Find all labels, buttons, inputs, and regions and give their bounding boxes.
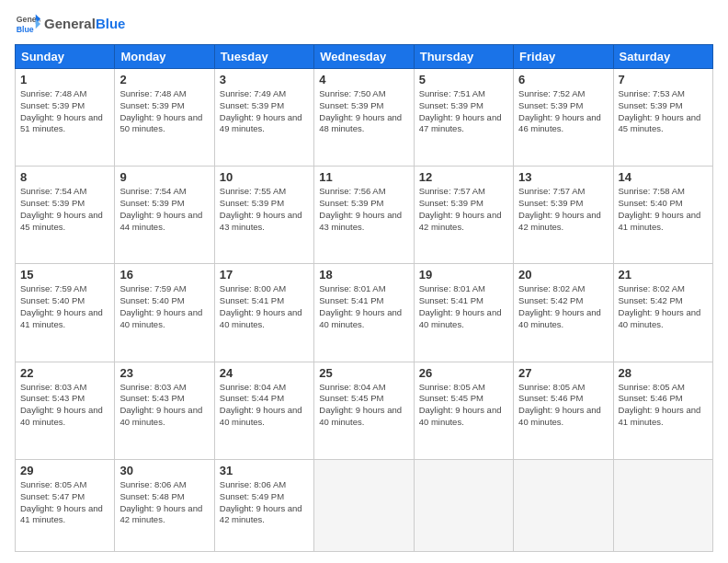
day-info: Sunrise: 8:00 AM Sunset: 5:41 PM Dayligh… (220, 283, 309, 330)
day-cell: 14 Sunrise: 7:58 AM Sunset: 5:40 PM Dayl… (613, 167, 712, 264)
day-number: 3 (220, 73, 309, 86)
day-cell: 27 Sunrise: 8:05 AM Sunset: 5:46 PM Dayl… (514, 362, 613, 459)
day-info: Sunrise: 7:50 AM Sunset: 5:39 PM Dayligh… (319, 88, 408, 135)
empty-cell (613, 459, 712, 551)
day-info: Sunrise: 8:04 AM Sunset: 5:44 PM Dayligh… (220, 382, 309, 429)
day-number: 20 (518, 268, 608, 282)
day-cell: 31 Sunrise: 8:06 AM Sunset: 5:49 PM Dayl… (214, 459, 313, 551)
day-info: Sunrise: 7:48 AM Sunset: 5:39 PM Dayligh… (20, 88, 109, 135)
empty-cell (414, 459, 513, 551)
day-info: Sunrise: 7:49 AM Sunset: 5:39 PM Dayligh… (220, 88, 309, 135)
day-info: Sunrise: 7:54 AM Sunset: 5:39 PM Dayligh… (20, 186, 109, 233)
col-friday: Friday (514, 45, 613, 69)
day-info: Sunrise: 7:58 AM Sunset: 5:40 PM Dayligh… (619, 186, 708, 233)
day-number: 13 (518, 170, 608, 184)
day-cell: 22 Sunrise: 8:03 AM Sunset: 5:43 PM Dayl… (16, 362, 115, 459)
day-number: 2 (119, 73, 209, 86)
col-thursday: Thursday (414, 45, 513, 69)
day-info: Sunrise: 8:06 AM Sunset: 5:48 PM Dayligh… (119, 479, 209, 526)
day-number: 27 (518, 366, 608, 380)
day-number: 19 (419, 268, 508, 282)
day-cell: 3 Sunrise: 7:49 AM Sunset: 5:39 PM Dayli… (214, 69, 313, 167)
day-number: 30 (119, 464, 209, 477)
day-info: Sunrise: 8:05 AM Sunset: 5:47 PM Dayligh… (20, 479, 109, 526)
day-number: 16 (119, 268, 209, 282)
col-wednesday: Wednesday (314, 45, 414, 69)
day-cell: 10 Sunrise: 7:55 AM Sunset: 5:39 PM Dayl… (214, 167, 313, 264)
col-sunday: Sunday (16, 45, 115, 69)
day-number: 17 (220, 268, 309, 282)
day-cell: 26 Sunrise: 8:05 AM Sunset: 5:45 PM Dayl… (414, 362, 513, 459)
day-cell: 28 Sunrise: 8:05 AM Sunset: 5:46 PM Dayl… (613, 362, 712, 459)
calendar-header-row: Sunday Monday Tuesday Wednesday Thursday… (16, 45, 713, 69)
calendar-week-row: 29 Sunrise: 8:05 AM Sunset: 5:47 PM Dayl… (16, 459, 713, 551)
col-saturday: Saturday (613, 45, 712, 69)
day-info: Sunrise: 7:59 AM Sunset: 5:40 PM Dayligh… (20, 283, 109, 330)
day-cell: 21 Sunrise: 8:02 AM Sunset: 5:42 PM Dayl… (613, 264, 712, 362)
day-number: 10 (220, 170, 309, 184)
header: General Blue GeneralBlue (15, 11, 713, 37)
calendar-week-row: 1 Sunrise: 7:48 AM Sunset: 5:39 PM Dayli… (16, 69, 713, 167)
empty-cell (314, 459, 414, 551)
empty-cell (514, 459, 613, 551)
day-info: Sunrise: 8:05 AM Sunset: 5:45 PM Dayligh… (419, 382, 508, 429)
day-info: Sunrise: 8:03 AM Sunset: 5:43 PM Dayligh… (119, 382, 209, 429)
day-cell: 11 Sunrise: 7:56 AM Sunset: 5:39 PM Dayl… (314, 167, 414, 264)
day-info: Sunrise: 8:05 AM Sunset: 5:46 PM Dayligh… (619, 382, 708, 429)
day-number: 6 (518, 73, 608, 86)
day-cell: 17 Sunrise: 8:00 AM Sunset: 5:41 PM Dayl… (214, 264, 313, 362)
page: General Blue GeneralBlue Sunday Monday T… (0, 0, 728, 563)
day-number: 7 (619, 73, 708, 86)
day-cell: 8 Sunrise: 7:54 AM Sunset: 5:39 PM Dayli… (16, 167, 115, 264)
day-cell: 30 Sunrise: 8:06 AM Sunset: 5:48 PM Dayl… (115, 459, 214, 551)
day-info: Sunrise: 7:57 AM Sunset: 5:39 PM Dayligh… (518, 186, 608, 233)
day-number: 8 (20, 170, 109, 184)
day-number: 15 (20, 268, 109, 282)
day-info: Sunrise: 8:02 AM Sunset: 5:42 PM Dayligh… (619, 283, 708, 330)
day-number: 11 (319, 170, 408, 184)
day-cell: 12 Sunrise: 7:57 AM Sunset: 5:39 PM Dayl… (414, 167, 513, 264)
day-info: Sunrise: 7:51 AM Sunset: 5:39 PM Dayligh… (419, 88, 508, 135)
day-info: Sunrise: 8:03 AM Sunset: 5:43 PM Dayligh… (20, 382, 109, 429)
day-info: Sunrise: 7:48 AM Sunset: 5:39 PM Dayligh… (119, 88, 209, 135)
calendar-week-row: 22 Sunrise: 8:03 AM Sunset: 5:43 PM Dayl… (16, 362, 713, 459)
day-number: 29 (20, 464, 109, 477)
calendar-table: Sunday Monday Tuesday Wednesday Thursday… (15, 44, 713, 552)
day-cell: 6 Sunrise: 7:52 AM Sunset: 5:39 PM Dayli… (514, 69, 613, 167)
day-cell: 16 Sunrise: 7:59 AM Sunset: 5:40 PM Dayl… (115, 264, 214, 362)
day-info: Sunrise: 8:01 AM Sunset: 5:41 PM Dayligh… (419, 283, 508, 330)
day-info: Sunrise: 7:53 AM Sunset: 5:39 PM Dayligh… (619, 88, 708, 135)
day-cell: 1 Sunrise: 7:48 AM Sunset: 5:39 PM Dayli… (16, 69, 115, 167)
day-info: Sunrise: 7:57 AM Sunset: 5:39 PM Dayligh… (419, 186, 508, 233)
day-number: 4 (319, 73, 408, 86)
day-number: 12 (419, 170, 508, 184)
day-info: Sunrise: 7:59 AM Sunset: 5:40 PM Dayligh… (119, 283, 209, 330)
day-number: 25 (319, 366, 408, 380)
day-info: Sunrise: 8:05 AM Sunset: 5:46 PM Dayligh… (518, 382, 608, 429)
day-cell: 4 Sunrise: 7:50 AM Sunset: 5:39 PM Dayli… (314, 69, 414, 167)
day-info: Sunrise: 8:01 AM Sunset: 5:41 PM Dayligh… (319, 283, 408, 330)
day-cell: 20 Sunrise: 8:02 AM Sunset: 5:42 PM Dayl… (514, 264, 613, 362)
day-cell: 15 Sunrise: 7:59 AM Sunset: 5:40 PM Dayl… (16, 264, 115, 362)
day-number: 1 (20, 73, 109, 86)
day-number: 9 (119, 170, 209, 184)
day-number: 24 (220, 366, 309, 380)
logo-icon: General Blue (15, 11, 40, 37)
logo-text: GeneralBlue (44, 17, 125, 32)
calendar-week-row: 8 Sunrise: 7:54 AM Sunset: 5:39 PM Dayli… (16, 167, 713, 264)
day-info: Sunrise: 7:56 AM Sunset: 5:39 PM Dayligh… (319, 186, 408, 233)
day-number: 28 (619, 366, 708, 380)
day-cell: 19 Sunrise: 8:01 AM Sunset: 5:41 PM Dayl… (414, 264, 513, 362)
col-tuesday: Tuesday (214, 45, 313, 69)
day-number: 18 (319, 268, 408, 282)
logo: General Blue GeneralBlue (15, 11, 125, 37)
day-info: Sunrise: 8:02 AM Sunset: 5:42 PM Dayligh… (518, 283, 608, 330)
day-info: Sunrise: 8:04 AM Sunset: 5:45 PM Dayligh… (319, 382, 408, 429)
day-number: 26 (419, 366, 508, 380)
day-number: 21 (619, 268, 708, 282)
svg-text:Blue: Blue (17, 25, 34, 34)
day-cell: 7 Sunrise: 7:53 AM Sunset: 5:39 PM Dayli… (613, 69, 712, 167)
col-monday: Monday (115, 45, 214, 69)
day-info: Sunrise: 7:52 AM Sunset: 5:39 PM Dayligh… (518, 88, 608, 135)
day-cell: 18 Sunrise: 8:01 AM Sunset: 5:41 PM Dayl… (314, 264, 414, 362)
